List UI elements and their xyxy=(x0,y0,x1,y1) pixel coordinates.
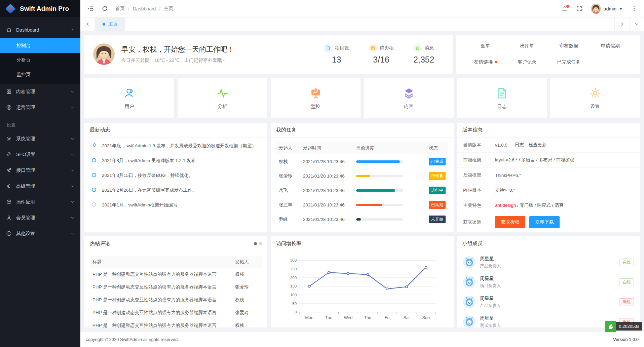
username: admin xyxy=(604,6,616,11)
sidebar-item-console[interactable]: 控制台 xyxy=(0,38,80,53)
table-row: 岳飞2021/01/28 10:23:46 进行中 xyxy=(276,183,448,198)
sidebar-item-advanced[interactable]: 高级管理 xyxy=(0,178,80,194)
collapse-sidebar-icon[interactable] xyxy=(87,5,94,12)
tasks-table: 发起人 发起时间 当前进度 状态 权栈2021/01/28 10:23:46 已… xyxy=(276,142,448,227)
check-update-link[interactable]: 检查更新 xyxy=(529,142,547,148)
sidebar-item-dashboard[interactable]: Dashboard xyxy=(0,22,80,38)
panel-title: 我的任务 xyxy=(276,127,296,133)
tabs-scroll-left-icon[interactable] xyxy=(80,17,95,31)
ant-design-link[interactable]: ant design xyxy=(495,203,516,208)
download-button[interactable]: 立即下载 xyxy=(529,216,560,228)
debug-trace-badge[interactable]: 0.202053s xyxy=(605,321,642,332)
app-logo[interactable]: Swift Admin Pro xyxy=(0,0,80,17)
app-window: Swift Admin Pro Dashboard 控制台 分析页 监控页 内容… xyxy=(0,0,644,347)
welcome-avatar xyxy=(93,43,115,65)
member-role: 项目负责人 xyxy=(480,283,501,289)
menu-label: 高级管理 xyxy=(16,183,35,189)
menu-label: 插件应用 xyxy=(16,199,35,205)
member-avatar xyxy=(463,256,476,269)
execution-time: 0.202053s xyxy=(616,322,642,331)
chevron-up-icon xyxy=(71,27,74,33)
refresh-icon[interactable] xyxy=(101,5,108,12)
message-bell-icon xyxy=(413,44,422,52)
shortcut-label: 设置 xyxy=(591,104,600,110)
stat-value: 3/16 xyxy=(369,55,394,65)
comments-table: 标题 发帖人 PHP 是一种创建动态交互性站点的强有力的服务器端脚本语言权栈 P… xyxy=(90,256,262,327)
table-row: PHP 是一种创建动态交互性站点的强有力的服务器端脚本语言张爱玲 xyxy=(90,306,262,319)
timeline-text: 2021年8月，swiftAdmin 里程碑版本 1.2.1 发布 xyxy=(102,158,196,163)
quick-link-outbound[interactable]: 出库单 xyxy=(506,43,548,49)
tabs-dropdown-icon[interactable] xyxy=(629,17,644,31)
shortcut-label: 分析 xyxy=(218,104,227,110)
timeline-dot-icon xyxy=(92,188,96,192)
changelog-link[interactable]: 日志 xyxy=(515,142,524,148)
euro-icon xyxy=(6,183,12,189)
quick-link-dispatch[interactable]: 派单 xyxy=(465,43,506,49)
version-row-backend: 后端框架 ThinkPHP6.* xyxy=(457,168,640,183)
shortcut-logs[interactable]: 日志 xyxy=(457,78,547,118)
timeline-dot-icon xyxy=(92,158,96,162)
shortcut-analysis[interactable]: 分析 xyxy=(178,78,267,118)
svg-text:250: 250 xyxy=(290,267,297,271)
timeline-text: 2021年2月26日，在元宵节编写完成发布工作。 xyxy=(102,188,197,193)
quick-link-audit[interactable]: 审核数据 xyxy=(548,43,590,49)
timeline-text: 2021年3月15日，接收反馈BUG，持续优化。 xyxy=(102,173,193,178)
chevron-down-icon xyxy=(71,168,74,173)
sidebar-item-seo[interactable]: SEO设置 xyxy=(0,147,80,162)
carousel-dot[interactable] xyxy=(259,242,262,245)
shortcut-monitor[interactable]: 监控 xyxy=(271,78,361,118)
member-name: 周星星 xyxy=(480,315,501,321)
sidebar-item-analysis[interactable]: 分析页 xyxy=(0,53,80,67)
breadcrumb-dashboard[interactable]: Dashboard xyxy=(133,6,156,11)
progress-bar xyxy=(356,160,400,163)
shortcut-content[interactable]: 内容 xyxy=(364,78,454,118)
breadcrumb: 首页 / Dashboard / 主页 xyxy=(115,6,173,12)
sidebar-item-other[interactable]: 其他设置 xyxy=(0,226,80,241)
table-header-row: 标题 发帖人 xyxy=(90,256,262,268)
sidebar-item-monitor[interactable]: 监控页 xyxy=(0,67,80,82)
user-menu[interactable]: admin xyxy=(591,4,622,14)
breadcrumb-home[interactable]: 首页 xyxy=(115,6,125,12)
thinkphp-trace-icon xyxy=(605,321,616,332)
svg-text:Thu: Thu xyxy=(364,315,371,320)
quick-link-customers[interactable]: 客户记录 xyxy=(506,59,548,65)
sidebar-item-content[interactable]: 内容管理 xyxy=(0,84,80,100)
more-options-icon[interactable] xyxy=(631,5,637,12)
tabs-scroll-right-icon[interactable] xyxy=(614,17,629,31)
notifications-bell-icon[interactable] xyxy=(561,5,568,12)
quick-link-friendlinks[interactable]: 友情链接 xyxy=(465,59,506,65)
table-row: PHP 是一种创建动态交互性站点的强有力的服务器端脚本语言权栈 xyxy=(90,294,262,306)
version-row-current: 当前版本 v1.0.0 日志 检查更新 xyxy=(457,138,640,153)
shortcut-label: 日志 xyxy=(497,104,507,110)
menu-label: 会员管理 xyxy=(16,215,35,221)
shortcut-settings[interactable]: 设置 xyxy=(550,78,640,118)
timeline-item: 2021年1月，swiftAdmin框架开始编写 xyxy=(92,202,263,217)
sidebar-item-plugin[interactable]: 插件应用 xyxy=(0,194,80,210)
sidebar-item-api[interactable]: 接口管理 xyxy=(0,162,80,178)
version-panel: 版本信息 当前版本 v1.0.0 日志 检查更新 前端框架 layui-v2.6… xyxy=(457,123,640,232)
carousel-dot-active[interactable] xyxy=(254,242,257,245)
sidebar-item-operation[interactable]: 运营管理 xyxy=(0,100,80,115)
quick-link-done-tasks[interactable]: 已完成任务 xyxy=(548,59,590,65)
fullscreen-icon[interactable] xyxy=(576,5,583,12)
home-icon xyxy=(6,27,12,33)
member-role: 产品负责人 xyxy=(480,303,501,309)
sidebar-item-system[interactable]: 系统管理 xyxy=(0,131,80,147)
tab-home[interactable]: 主页 xyxy=(95,17,125,31)
svg-text:300: 300 xyxy=(290,258,297,262)
quick-link-leave[interactable]: 申请假期 xyxy=(590,43,631,49)
version-label: Version 1.0.0 xyxy=(613,337,639,342)
active-tab-dot xyxy=(103,23,105,26)
get-license-button[interactable]: 获取授权 xyxy=(495,216,525,228)
progress-bar xyxy=(356,218,361,221)
main-area: 首页 / Dashboard / 主页 xyxy=(80,0,644,347)
sidebar-item-member[interactable]: 会员管理 xyxy=(0,210,80,226)
version-row-php: PHP版本 支持>=8.* xyxy=(457,183,640,198)
document-icon xyxy=(496,87,508,99)
svg-text:Mon: Mon xyxy=(305,315,313,320)
table-header-row: 发起人 发起时间 当前进度 状态 xyxy=(276,142,448,154)
page-footer: copyright © 2020 SwiftAdmin all rights r… xyxy=(80,331,644,347)
stat-messages: 消息 2,352 xyxy=(413,44,434,65)
progress-bar xyxy=(356,175,370,177)
shortcut-users[interactable]: 用户 xyxy=(84,78,174,118)
